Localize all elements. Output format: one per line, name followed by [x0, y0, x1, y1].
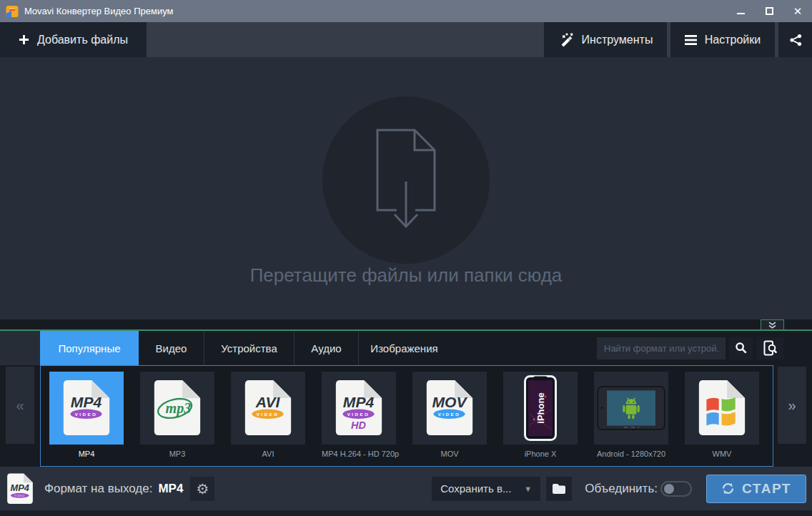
share-icon [788, 33, 803, 47]
search-input[interactable] [597, 337, 726, 359]
tile-label: WMV [685, 450, 759, 458]
tab-devices[interactable]: Устройства [204, 331, 294, 365]
svg-text:VIDEO: VIDEO [438, 412, 460, 417]
merge-toggle[interactable] [660, 481, 692, 497]
tile-icon-area: MOVVIDEO [412, 372, 487, 445]
tile-icon-area: MP4VIDEOHD [322, 372, 396, 445]
tile-label: MP4 [49, 450, 124, 458]
tile-icon-area: MP4VIDEO [49, 372, 124, 445]
device-search-button[interactable] [756, 337, 783, 359]
svg-text:AVI: AVI [255, 394, 281, 410]
app-window: Movavi Конвертер Видео Премиум ✕ Добавит… [0, 0, 812, 516]
start-button[interactable]: СТАРТ [706, 475, 806, 503]
close-button[interactable]: ✕ [783, 0, 812, 22]
iphone-icon: iPhone [524, 375, 557, 441]
plus-icon [19, 34, 29, 45]
tabs-left-pad [0, 331, 40, 365]
maximize-button[interactable] [755, 0, 783, 22]
output-format-value: MP4 [158, 482, 183, 496]
folder-icon [552, 483, 566, 495]
app-logo-icon [6, 5, 19, 18]
file-drop-icon [363, 126, 449, 234]
maximize-icon [766, 7, 773, 15]
minimize-button[interactable] [726, 0, 755, 22]
search-icon [735, 342, 748, 354]
tile-label: MP3 [140, 450, 214, 458]
tile-icon-area [685, 372, 759, 445]
tools-button[interactable]: Инструменты [544, 22, 667, 57]
file-icon: AVIVIDEO [242, 379, 294, 437]
format-tile[interactable]: mp3MP3 [140, 372, 214, 458]
tile-icon-area: AVIVIDEO [231, 372, 305, 445]
window-titlebar: Movavi Конвертер Видео Премиум ✕ [0, 0, 812, 22]
format-tile[interactable]: WMV [685, 372, 759, 458]
presets-panel: « MP4VIDEOMP4mp3MP3AVIVIDEOAVIMP4VIDEOHD… [0, 365, 812, 467]
presets-top-strip [0, 319, 812, 329]
close-icon: ✕ [793, 6, 803, 16]
svg-text:MOV: MOV [432, 394, 467, 410]
magic-wand-icon [558, 32, 574, 48]
preset-tabs-bar: ПопулярныеВидеоУстройстваАудиоИзображени… [0, 331, 812, 365]
tile-label: MP4 H.264 - HD 720p [322, 450, 396, 458]
svg-text:VIDEO: VIDEO [257, 412, 279, 417]
tab-video[interactable]: Видео [139, 331, 204, 365]
chevron-left-icon: « [16, 397, 24, 414]
svg-text:MP4: MP4 [11, 482, 29, 492]
add-files-button[interactable]: Добавить файлы [0, 22, 147, 57]
svg-text:VIDEO: VIDEO [347, 412, 370, 417]
toggle-knob [664, 484, 674, 494]
minimize-icon [737, 13, 745, 14]
format-tile[interactable]: MP4VIDEOMP4 [49, 372, 124, 458]
tab-popular[interactable]: Популярные [40, 331, 139, 365]
svg-text:HD: HD [351, 420, 366, 431]
tile-icon-area: mp3 [140, 372, 214, 445]
mp3-icon: mp3 [152, 379, 203, 437]
android-icon [597, 386, 665, 430]
scroll-right-button[interactable]: » [778, 367, 806, 444]
bottom-bar: MP4VIDEO Формат на выходе: MP4 ⚙ Сохрани… [0, 467, 812, 510]
format-settings-button[interactable]: ⚙ [190, 477, 214, 501]
hamburger-icon [685, 35, 697, 45]
tile-label: iPhone X [503, 450, 578, 458]
start-label: СТАРТ [742, 481, 791, 497]
save-to-label: Сохранить в... [440, 482, 511, 495]
format-tile[interactable]: iPhoneiPhone X [503, 372, 578, 458]
file-icon: MOVVIDEO [424, 379, 475, 437]
tab-images[interactable]: Изображения [358, 331, 450, 365]
settings-label: Настройки [705, 34, 761, 46]
collapse-panel-button[interactable] [761, 319, 784, 329]
open-folder-button[interactable] [546, 477, 572, 501]
format-tile[interactable]: AVIVIDEOAVI [231, 372, 305, 458]
svg-text:VIDEO: VIDEO [75, 412, 97, 417]
gear-icon: ⚙ [196, 480, 209, 497]
window-bottom-edge [0, 510, 812, 516]
search-button[interactable] [729, 337, 753, 359]
svg-text:iPhone: iPhone [535, 392, 546, 423]
search-group [597, 331, 783, 365]
save-to-dropdown[interactable]: Сохранить в... ▼ [432, 477, 540, 501]
format-tile[interactable]: MOVVIDEOMOV [412, 372, 487, 458]
file-icon: MP4VIDEO [61, 379, 112, 437]
main-toolbar: Добавить файлы Инструменты [0, 22, 812, 57]
drop-hint: Перетащите файлы или папки сюда [0, 264, 812, 287]
tab-audio[interactable]: Аудио [294, 331, 358, 365]
device-search-icon [762, 340, 778, 356]
tile-label: MOV [412, 450, 487, 458]
settings-button[interactable]: Настройки [670, 22, 775, 57]
preset-tiles-strip: MP4VIDEOMP4mp3MP3AVIVIDEOAVIMP4VIDEOHDMP… [40, 365, 773, 467]
double-chevron-down-icon [768, 322, 777, 329]
drop-area[interactable]: Перетащите файлы или папки сюда [0, 57, 812, 319]
format-tile[interactable]: MP4VIDEOHDMP4 H.264 - HD 720p [322, 372, 396, 458]
merge-label: Объединить: [585, 482, 658, 496]
file-icon: MP4VIDEOHD [333, 379, 385, 437]
scroll-left-button[interactable]: « [6, 367, 34, 444]
caret-down-icon: ▼ [524, 485, 532, 493]
tile-icon-area: iPhone [503, 372, 578, 445]
tile-label: AVI [231, 450, 305, 458]
output-format-label: Формат на выходе: [44, 482, 152, 496]
format-tile[interactable]: Android - 1280x720 [594, 372, 668, 458]
tile-label: Android - 1280x720 [594, 450, 668, 458]
tile-icon-area [594, 372, 668, 445]
chevron-right-icon: » [788, 397, 796, 414]
share-button[interactable] [778, 22, 812, 57]
